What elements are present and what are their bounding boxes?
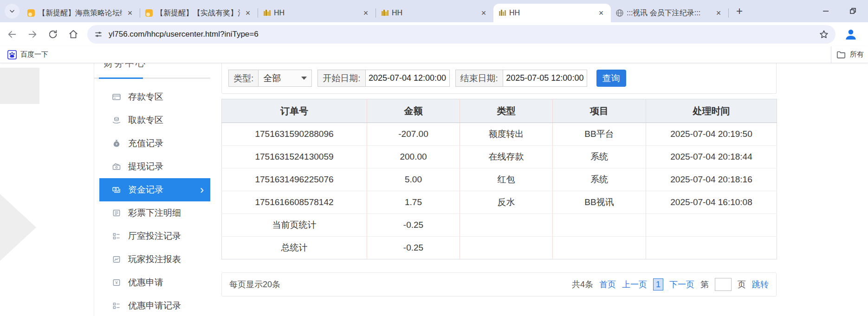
window-controls	[819, 0, 868, 22]
bookmark-baidu[interactable]: 百度一下	[7, 50, 48, 59]
new-tab-button[interactable]: +	[732, 4, 746, 18]
minimize-button[interactable]	[819, 4, 833, 18]
tab-video-records[interactable]: :::视讯 会员下注纪录::: ×	[611, 4, 728, 22]
close-icon[interactable]: ×	[596, 8, 606, 18]
start-date-input[interactable]	[365, 70, 450, 87]
promo-ticket-icon: ¥	[111, 277, 122, 288]
sidebar-item-promo-apply-records[interactable]: 优惠申请记录	[99, 294, 210, 316]
cell-order-id: 1751631590288096	[222, 123, 367, 146]
close-icon[interactable]: ×	[713, 8, 724, 18]
cell-amount: -0.25	[367, 237, 460, 259]
tab-search-button[interactable]	[5, 4, 19, 19]
address-bar[interactable]: yl756.com/hhcp/usercenter.html?iniType=6	[87, 25, 836, 44]
restore-icon	[849, 7, 856, 15]
home-button[interactable]	[65, 26, 82, 43]
cell-project: 系统	[553, 168, 646, 191]
jump-button[interactable]: 跳转	[752, 279, 769, 290]
tab-forum-2[interactable]: 【新提醒】【实战有奖】活 ×	[140, 4, 258, 22]
minimize-icon	[822, 7, 829, 15]
pagination-bar: 每页显示20条 共4条 首页 上一页 1 下一页 第 页 跳转	[221, 272, 777, 297]
tab-forum-1[interactable]: 【新提醒】海燕策略论坛综 ×	[22, 4, 140, 22]
tab-hh-active[interactable]: HH ×	[493, 4, 611, 22]
back-icon	[7, 29, 17, 39]
chart-report-icon	[111, 254, 122, 264]
query-button[interactable]: 查询	[596, 70, 626, 87]
tab-title: 【新提醒】海燕策略论坛综	[38, 8, 122, 18]
col-process-time: 处理时间	[646, 99, 777, 123]
chevron-right-icon: ›	[200, 183, 204, 196]
cell-process-time: 2025-07-04 20:19:50	[646, 123, 777, 146]
close-icon[interactable]: ×	[243, 8, 253, 18]
sidebar-item-player-bet-report[interactable]: 玩家投注报表	[99, 248, 210, 271]
forward-button[interactable]	[24, 26, 41, 43]
cell-order-id: 1751616608578142	[222, 191, 367, 214]
col-amount: 金额	[367, 99, 460, 123]
sidebar-item-label: 资金记录	[128, 184, 163, 196]
back-button[interactable]	[4, 26, 20, 43]
bookmark-star-icon[interactable]	[819, 29, 829, 39]
cell-type: 额度转出	[460, 123, 553, 146]
all-bookmarks-button[interactable]: 所有	[831, 46, 868, 63]
gold-bars-favicon-icon	[381, 9, 389, 17]
prev-page-link[interactable]: 上一页	[622, 279, 647, 290]
close-icon[interactable]: ×	[479, 8, 489, 18]
checklist-icon	[111, 301, 122, 311]
close-icon[interactable]: ×	[361, 8, 371, 18]
sidebar-item-withdraw-zone[interactable]: 取款专区	[99, 109, 210, 132]
left-decoration	[0, 68, 39, 104]
col-order-id: 订单号	[222, 99, 367, 123]
sidebar-item-deposit-zone[interactable]: 存款专区	[99, 85, 210, 109]
home-icon	[68, 29, 78, 39]
reload-button[interactable]	[45, 26, 61, 43]
page-content: 财务中心 存款专区 取款专区 ¥ 充值记录 提现记录	[0, 63, 868, 316]
sidebar-item-recharge-records[interactable]: ¥ 充值记录	[99, 132, 210, 155]
sidebar-item-hall-bet-records[interactable]: 厅室投注记录	[99, 225, 210, 248]
next-page-link[interactable]: 下一页	[669, 279, 694, 290]
tab-title: HH	[509, 9, 593, 17]
sidebar-item-label: 优惠申请记录	[128, 300, 181, 312]
tab-hh-2[interactable]: HH ×	[376, 4, 493, 22]
person-icon	[844, 27, 858, 41]
profile-avatar[interactable]	[843, 26, 859, 42]
tab-title: HH	[274, 9, 358, 17]
page-number-input[interactable]	[715, 278, 732, 291]
tab-title: HH	[392, 9, 476, 17]
tab-title: 【新提醒】【实战有奖】活	[156, 8, 240, 18]
globe-favicon-icon	[615, 9, 624, 17]
tab-strip: 【新提醒】海燕策略论坛综 × 【新提醒】【实战有奖】活 × HH × HH × …	[0, 0, 868, 22]
close-icon[interactable]: ×	[125, 8, 135, 18]
forum-favicon-icon	[27, 9, 35, 17]
table-row: 1751631496225076 5.00 红包 系统 2025-07-04 2…	[222, 168, 777, 191]
cell-process-time: 2025-07-04 20:18:16	[646, 168, 777, 191]
receipt-list-icon	[111, 208, 122, 218]
sidebar-item-label: 取款专区	[128, 114, 163, 126]
table-row: 1751616608578142 1.75 反水 BB视讯 2025-07-04…	[222, 191, 777, 214]
cell-type: 反水	[460, 191, 553, 214]
sidebar-item-promo-apply[interactable]: ¥ 优惠申请	[99, 271, 210, 294]
all-bookmarks-label: 所有	[850, 50, 864, 59]
browser-toolbar: yl756.com/hhcp/usercenter.html?iniType=6	[0, 22, 868, 46]
bookmarks-bar: 百度一下 所有	[0, 46, 868, 63]
type-select[interactable]: 全部	[258, 70, 312, 87]
left-arrow-decoration	[0, 194, 36, 261]
total-count-label: 共4条	[572, 279, 593, 290]
cell-amount: 5.00	[367, 168, 460, 191]
cell-summary-label: 当前页统计	[222, 214, 367, 237]
tab-hh-1[interactable]: HH ×	[258, 4, 376, 22]
cell-amount: -207.00	[367, 123, 460, 146]
cell-process-time: 2025-07-04 20:18:44	[646, 146, 777, 168]
end-date-label: 结束日期:	[455, 70, 503, 87]
restore-button[interactable]	[846, 4, 860, 18]
cell-order-id: 1751631496225076	[222, 168, 367, 191]
sidebar: 财务中心 存款专区 取款专区 ¥ 充值记录 提现记录	[94, 63, 210, 316]
first-page-link[interactable]: 首页	[599, 279, 616, 290]
cell-order-id: 1751631524130059	[222, 146, 367, 168]
sidebar-item-lottery-bet-detail[interactable]: 彩票下注明细	[99, 201, 210, 225]
sidebar-item-withdraw-records[interactable]: 提现记录	[99, 155, 210, 178]
current-page-badge[interactable]: 1	[653, 278, 663, 290]
table-row-total-summary: 总统计 -0.25	[222, 237, 777, 259]
tab-divider	[728, 8, 729, 18]
sidebar-item-funds-records[interactable]: 资金记录 ›	[99, 178, 210, 201]
col-type: 类型	[460, 99, 553, 123]
end-date-input[interactable]	[503, 70, 587, 87]
